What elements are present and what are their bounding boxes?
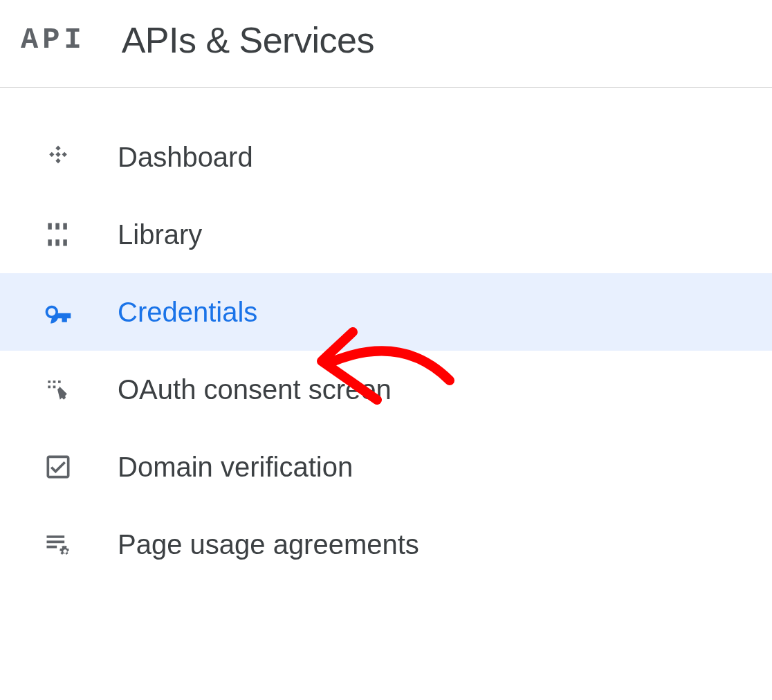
sidebar-item-credentials[interactable]: Credentials	[0, 273, 772, 351]
sidebar-item-dashboard[interactable]: Dashboard	[0, 118, 772, 196]
sidebar-item-page-usage-agreements[interactable]: Page usage agreements	[0, 506, 772, 583]
sidebar-item-library[interactable]: Library	[0, 196, 772, 273]
oauth-consent-icon	[43, 374, 73, 405]
header: API APIs & Services	[0, 0, 772, 88]
library-icon	[43, 219, 73, 250]
sidebar-item-label: Library	[118, 219, 202, 250]
dashboard-diamond-icon	[43, 142, 73, 172]
sidebar-item-label: Credentials	[118, 297, 257, 328]
sidebar-item-label: Dashboard	[118, 142, 253, 173]
sidebar-nav-list: Dashboard Library Credentials OAuth cons…	[0, 88, 772, 583]
key-icon	[43, 297, 73, 327]
page-gear-icon	[43, 529, 73, 560]
sidebar-item-oauth-consent[interactable]: OAuth consent screen	[0, 351, 772, 428]
page-title: APIs & Services	[122, 19, 374, 61]
api-badge: API	[21, 24, 86, 57]
checkbox-icon	[43, 452, 73, 482]
sidebar-item-label: Domain verification	[118, 452, 353, 483]
sidebar-item-label: OAuth consent screen	[118, 374, 392, 405]
sidebar-item-domain-verification[interactable]: Domain verification	[0, 428, 772, 506]
sidebar-item-label: Page usage agreements	[118, 529, 419, 560]
